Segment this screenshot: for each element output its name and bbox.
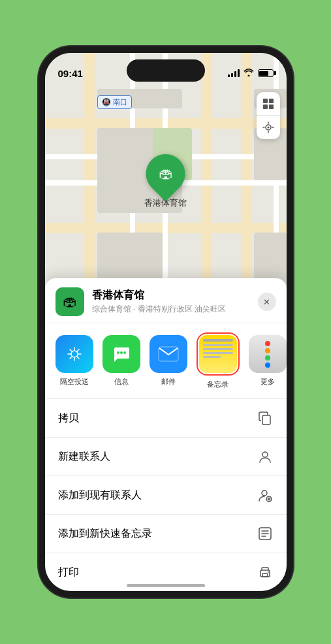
- share-messages[interactable]: 信息: [102, 335, 140, 387]
- venue-pin-icon: 🏟: [159, 165, 173, 182]
- signal-icon: [228, 69, 240, 77]
- venue-icon: 🏟: [55, 287, 84, 316]
- mail-label: 邮件: [161, 377, 176, 387]
- svg-rect-3: [269, 105, 274, 109]
- airdrop-label: 隔空投送: [60, 377, 89, 387]
- print-label: 打印: [58, 566, 79, 579]
- home-indicator: [127, 584, 205, 587]
- share-mail[interactable]: 邮件: [150, 335, 187, 387]
- battery-icon: [258, 69, 274, 77]
- location-pin: 🏟 香港体育馆: [144, 154, 187, 209]
- svg-point-7: [117, 351, 119, 354]
- svg-rect-2: [263, 105, 268, 109]
- copy-label: 拷贝: [58, 411, 79, 425]
- action-quick-note[interactable]: 添加到新快速备忘录: [45, 515, 287, 553]
- more-label: 更多: [260, 377, 275, 387]
- action-list: 拷贝 新建联系人: [45, 399, 287, 591]
- location-chip-label: 南口: [113, 98, 127, 106]
- svg-rect-11: [262, 415, 270, 425]
- svg-rect-1: [269, 99, 274, 103]
- close-icon: ✕: [263, 297, 270, 307]
- share-more[interactable]: 更多: [249, 335, 287, 387]
- close-button[interactable]: ✕: [258, 293, 276, 311]
- svg-point-5: [267, 127, 269, 129]
- wifi-icon: [244, 69, 254, 78]
- copy-icon: [257, 410, 274, 427]
- share-row: 隔空投送 信息: [45, 323, 287, 399]
- pin-inner: 🏟: [151, 159, 181, 189]
- svg-rect-0: [263, 99, 268, 103]
- print-icon: [257, 564, 274, 581]
- status-icons: [228, 69, 274, 78]
- more-icon: [249, 335, 287, 373]
- action-new-contact[interactable]: 新建联系人: [45, 438, 287, 476]
- airdrop-icon: [55, 335, 93, 373]
- share-airdrop[interactable]: 隔空投送: [55, 335, 93, 387]
- venue-info: 香港体育馆 综合体育馆 · 香港特别行政区 油尖旺区: [92, 289, 250, 315]
- dynamic-island: [127, 59, 205, 82]
- messages-icon: [102, 335, 140, 373]
- svg-point-12: [262, 452, 268, 457]
- status-time: 09:41: [58, 68, 83, 79]
- map-view-button[interactable]: [257, 92, 280, 116]
- svg-point-9: [123, 351, 126, 354]
- bottom-sheet: 🏟 香港体育馆 综合体育馆 · 香港特别行政区 油尖旺区 ✕: [45, 278, 287, 591]
- venue-desc: 综合体育馆 · 香港特别行政区 油尖旺区: [92, 304, 250, 315]
- svg-point-13: [262, 491, 267, 496]
- quick-note-label: 添加到新快速备忘录: [58, 527, 152, 541]
- quick-note-icon: [257, 525, 274, 542]
- share-notes[interactable]: 备忘录: [197, 332, 240, 389]
- svg-point-18: [268, 572, 269, 573]
- location-chip-icon: 🚇: [102, 98, 113, 106]
- svg-point-8: [120, 351, 123, 354]
- pin-marker: 🏟: [138, 146, 193, 202]
- map-controls: [257, 92, 280, 139]
- location-chip: 🚇 南口: [97, 95, 132, 109]
- notes-app-icon: [199, 335, 237, 373]
- add-contact-icon: [257, 487, 274, 504]
- action-copy[interactable]: 拷贝: [45, 399, 287, 438]
- venue-name: 香港体育馆: [92, 289, 250, 302]
- messages-label: 信息: [114, 377, 129, 387]
- new-contact-label: 新建联系人: [58, 450, 110, 464]
- svg-rect-17: [262, 573, 268, 577]
- sheet-header: 🏟 香港体育馆 综合体育馆 · 香港特别行政区 油尖旺区 ✕: [45, 278, 287, 323]
- mail-icon: [150, 335, 187, 373]
- location-button[interactable]: [257, 116, 280, 139]
- notes-label: 备忘录: [207, 379, 229, 389]
- add-contact-label: 添加到现有联系人: [58, 489, 142, 502]
- phone-screen: 09:41: [45, 53, 287, 591]
- action-add-contact[interactable]: 添加到现有联系人: [45, 476, 287, 515]
- new-contact-icon: [257, 448, 274, 465]
- phone-frame: 09:41: [39, 46, 293, 598]
